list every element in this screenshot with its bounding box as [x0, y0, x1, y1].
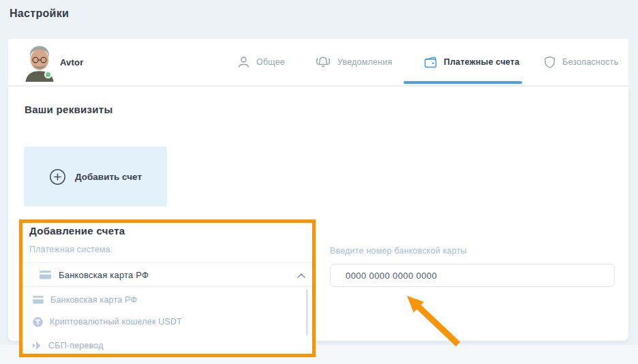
user-icon	[237, 55, 250, 69]
tab-label: Общее	[256, 57, 285, 67]
shield-icon	[543, 55, 556, 69]
tab-security[interactable]: Безопасность	[543, 39, 618, 85]
option-label: Криптовалютный кошелек USDT	[50, 317, 182, 327]
card-icon	[40, 271, 51, 279]
active-tab-underline	[404, 81, 522, 84]
chevron-up-icon[interactable]	[297, 273, 305, 278]
add-account-form-highlight: Добавление счета Платежная система: Банк…	[19, 219, 316, 357]
settings-page: Настройки Avtor Общее	[0, 0, 638, 364]
payment-system-select[interactable]: Банковская карта РФ	[22, 262, 312, 287]
card-icon	[33, 296, 44, 304]
add-account-label: Добавить счет	[75, 172, 142, 182]
option-bank-card[interactable]: Банковская карта РФ	[33, 294, 137, 305]
option-label: Банковская карта РФ	[50, 295, 137, 305]
online-status-dot	[44, 71, 52, 78]
option-usdt-wallet[interactable]: Криптовалютный кошелек USDT	[33, 316, 182, 327]
form-title: Добавление счета	[29, 225, 125, 237]
profile-tabs-bar: Avtor Общее Уведомления	[8, 39, 628, 86]
tab-label: Безопасность	[562, 57, 618, 67]
tab-general[interactable]: Общее	[237, 39, 285, 85]
section-title: Ваши реквизиты	[25, 104, 113, 115]
page-title: Настройки	[10, 7, 69, 20]
payment-system-label: Платежная система:	[29, 245, 112, 254]
tab-payment-accounts[interactable]: Платежные счета	[424, 39, 519, 85]
sbp-icon	[33, 341, 42, 350]
usdt-icon	[33, 317, 43, 327]
bell-icon	[315, 55, 331, 70]
plus-circle-icon	[49, 168, 66, 185]
card-number-label: Введите номер банковской карты	[330, 246, 467, 256]
tab-label: Платежные счета	[444, 57, 519, 67]
option-sbp-transfer[interactable]: СБП-перевод	[33, 340, 104, 351]
option-label: СБП-перевод	[48, 341, 104, 350]
wallet-icon	[424, 56, 438, 69]
tab-notifications[interactable]: Уведомления	[315, 39, 392, 85]
add-account-button[interactable]: Добавить счет	[24, 147, 167, 207]
tab-label: Уведомления	[337, 57, 392, 67]
selected-option-label: Банковская карта РФ	[59, 270, 149, 280]
dropdown-scrollbar[interactable]	[306, 289, 308, 335]
card-number-input[interactable]	[330, 264, 615, 287]
annotation-arrow	[399, 292, 464, 350]
profile-name: Avtor	[60, 57, 83, 67]
